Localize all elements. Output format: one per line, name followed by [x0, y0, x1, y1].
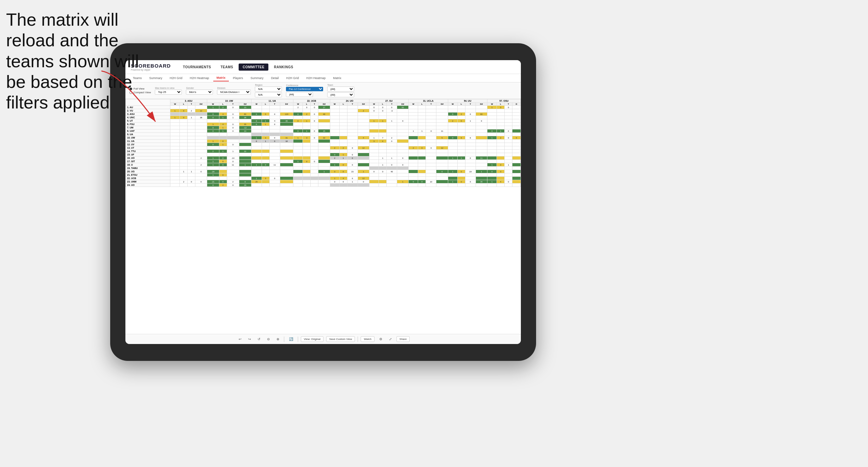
- table-row: 1. AU120232002700050100: [126, 106, 521, 109]
- matrix-cell: 0: [207, 183, 219, 187]
- matrix-cell: [505, 146, 512, 150]
- matrix-cell: [347, 143, 358, 146]
- matrix-cell: 2: [409, 146, 418, 150]
- matrix-cell: [387, 173, 397, 177]
- subtab-h2h-grid2[interactable]: H2H Grid: [283, 75, 303, 81]
- redo-btn[interactable]: ↪: [246, 336, 253, 342]
- reset-btn[interactable]: ↺: [256, 336, 262, 342]
- matrix-cell: 0: [188, 180, 195, 183]
- matrix-cell: [512, 109, 521, 113]
- matrix-cell: 0: [227, 129, 239, 133]
- subtab-summary1[interactable]: Summary: [146, 75, 166, 81]
- zoom-in-btn[interactable]: ⊕: [274, 336, 281, 342]
- matrix-cell: [476, 106, 487, 109]
- matrix-cell: [397, 153, 408, 156]
- matrix-cell: 0: [379, 109, 387, 113]
- matrix-cell: [339, 113, 347, 116]
- matrix-cell: [426, 183, 436, 187]
- matrix-cell: 32: [318, 136, 330, 140]
- matrix-cell: [448, 183, 457, 187]
- table-row: 24. UO02029: [126, 183, 521, 187]
- conference-select[interactable]: Pac-12 Conference (All): [286, 87, 323, 91]
- matrix-cell: [303, 146, 311, 150]
- refresh-btn[interactable]: 🔄: [287, 336, 295, 342]
- subtab-h2h-heatmap1[interactable]: H2H Heatmap: [187, 75, 213, 81]
- team-select[interactable]: (All): [327, 87, 354, 92]
- nav-committee[interactable]: COMMITTEE: [239, 64, 269, 71]
- matrix-cell: 0: [227, 160, 239, 163]
- zoom-out-btn[interactable]: ⊖: [265, 336, 272, 342]
- matrix-cell: [448, 173, 457, 177]
- save-custom-btn[interactable]: Save Custom View: [326, 336, 355, 342]
- view-original-btn[interactable]: View: Original: [301, 336, 323, 342]
- matrix-cell: [358, 143, 369, 146]
- matrix-cell: [418, 109, 426, 113]
- expand-btn[interactable]: ⤢: [387, 336, 394, 342]
- undo-btn[interactable]: ↩: [237, 336, 243, 342]
- row-label: 9. UA: [126, 133, 170, 136]
- settings-btn[interactable]: ⚙: [377, 336, 384, 342]
- subtab-detail[interactable]: Detail: [268, 75, 282, 81]
- matrix-cell: 0: [227, 123, 239, 126]
- matrix-cell: 0: [347, 153, 358, 156]
- matrix-cell: 1: [227, 150, 239, 153]
- division-select[interactable]: NCAA Division I NCAA Division II: [217, 90, 251, 95]
- table-row: 2. VU10212200-3: [126, 109, 521, 113]
- matrix-cell: [262, 116, 269, 119]
- subtab-matrix2[interactable]: Matrix: [330, 75, 345, 81]
- matrix-cell: [311, 163, 318, 167]
- matrix-cell: [512, 183, 521, 187]
- max-teams-select[interactable]: Top 25 Top 10 Top 50: [155, 90, 182, 95]
- matrix-cell: [347, 167, 358, 170]
- share-btn[interactable]: Share: [396, 336, 410, 342]
- matrix-cell: 0: [330, 170, 339, 173]
- matrix-cell: [347, 116, 358, 119]
- subtab-h2h-heatmap2[interactable]: H2H Heatmap: [303, 75, 329, 81]
- subtab-h2h-grid1[interactable]: H2H Grid: [166, 75, 186, 81]
- matrix-cell: [318, 116, 330, 119]
- matrix-cell: [170, 153, 180, 156]
- matrix-cell: 2: [330, 146, 339, 150]
- matrix-cell: [347, 140, 358, 143]
- matrix-cell: [418, 160, 426, 163]
- matrix-cell: [303, 177, 311, 180]
- filters-row: Full View Compact View Max teams in view…: [125, 82, 521, 99]
- matrix-cell: 0: [465, 156, 476, 160]
- matrix-cell: [418, 106, 426, 109]
- matrix-cell: 0: [505, 180, 512, 183]
- matrix-cell: 0: [387, 106, 397, 109]
- subtab-matrix1[interactable]: Matrix: [213, 75, 229, 81]
- matrix-cell: 1: [339, 156, 347, 160]
- subtab-players[interactable]: Players: [230, 75, 246, 81]
- matrix-cell: [505, 173, 512, 177]
- matrix-cell: [436, 167, 448, 170]
- region-select[interactable]: N/A: [255, 87, 282, 92]
- nav-teams[interactable]: TEAMS: [216, 64, 237, 71]
- subtab-summary2[interactable]: Summary: [247, 75, 267, 81]
- matrix-cell: [180, 183, 188, 187]
- matrix-cell: 0: [251, 113, 262, 116]
- team-select-2[interactable]: (All): [327, 92, 354, 97]
- nav-tournaments[interactable]: TOURNAMENTS: [179, 64, 215, 71]
- matrix-cell: 0: [293, 113, 303, 116]
- matrix-cell: [303, 167, 311, 170]
- watch-btn[interactable]: Watch: [361, 336, 374, 342]
- matrix-cell: [280, 160, 293, 163]
- matrix-cell: [347, 126, 358, 129]
- region-select-2[interactable]: N/A: [255, 92, 282, 97]
- conference-select-2[interactable]: (All): [286, 92, 313, 97]
- matrix-cell: [251, 170, 262, 173]
- matrix-cell: [512, 173, 521, 177]
- table-row: 16. UO210-1421011011011: [126, 156, 521, 160]
- matrix-cell: 4: [219, 113, 227, 116]
- matrix-cell: [269, 156, 280, 160]
- matrix-cell: [497, 140, 505, 143]
- matrix-cell: [195, 129, 207, 133]
- matrix-cell: [418, 156, 426, 160]
- matrix-cell: [358, 183, 369, 187]
- matrix-cell: [387, 153, 397, 156]
- nav-rankings[interactable]: RANKINGS: [270, 64, 297, 71]
- matrix-area[interactable]: 3. ASU 10. UW 11. UA 22. UCB 24. UO 27. …: [125, 99, 521, 334]
- matrix-cell: [476, 129, 487, 133]
- gender-select[interactable]: Men's Women's: [186, 90, 213, 95]
